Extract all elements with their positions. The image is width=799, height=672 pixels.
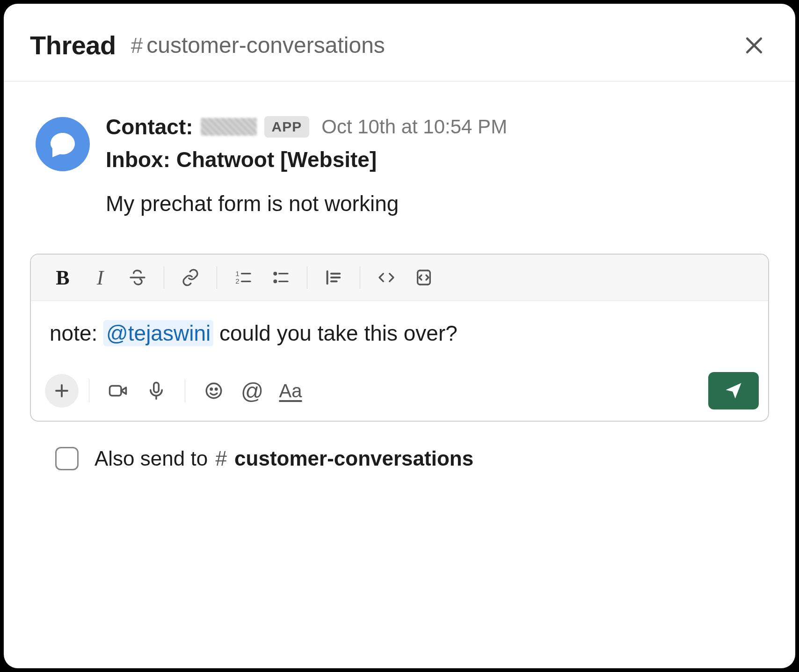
toolbar-separator xyxy=(217,266,217,289)
send-button[interactable] xyxy=(708,372,759,409)
format-toolbar: B I 1 2 xyxy=(31,255,768,301)
blockquote-button[interactable] xyxy=(316,263,351,292)
svg-point-21 xyxy=(206,383,221,398)
ordered-list-icon: 1 2 xyxy=(234,268,253,287)
blockquote-icon xyxy=(324,268,343,287)
ordered-list-button[interactable]: 1 2 xyxy=(225,263,261,292)
reply-composer: B I 1 2 xyxy=(30,254,769,422)
thread-channel-name: customer-conversations xyxy=(146,32,385,58)
toolbar-separator xyxy=(164,266,164,289)
mention-button[interactable]: @ xyxy=(234,376,270,406)
emoji-button[interactable] xyxy=(196,376,232,406)
message-text: My prechat form is not working xyxy=(106,191,769,216)
video-icon xyxy=(108,381,128,401)
close-button[interactable] xyxy=(739,30,769,60)
thread-root-message: Contact: APP Oct 10th at 10:54 PM Inbox:… xyxy=(4,81,795,235)
compose-text-before: note: xyxy=(50,321,103,345)
thread-channel[interactable]: # customer-conversations xyxy=(131,32,385,58)
svg-point-23 xyxy=(216,388,218,390)
also-send-label-prefix: Also send to xyxy=(94,447,213,470)
also-send-checkbox[interactable] xyxy=(55,447,79,470)
toolbar-separator xyxy=(89,379,89,402)
sender-label: Contact: xyxy=(106,114,193,139)
compose-input[interactable]: note: @tejaswini could you take this ove… xyxy=(31,301,768,367)
avatar xyxy=(36,117,90,171)
inbox-line: Inbox: Chatwoot [Website] xyxy=(106,147,769,172)
plus-icon xyxy=(53,382,70,399)
code-icon xyxy=(377,268,396,287)
svg-text:2: 2 xyxy=(235,277,239,285)
hash-icon: # xyxy=(215,447,226,470)
toolbar-separator xyxy=(360,266,360,289)
italic-button[interactable]: I xyxy=(82,263,118,292)
microphone-icon xyxy=(146,381,166,401)
message-header: Contact: APP Oct 10th at 10:54 PM xyxy=(106,114,769,139)
link-button[interactable] xyxy=(173,263,208,292)
message-body: Contact: APP Oct 10th at 10:54 PM Inbox:… xyxy=(106,114,769,216)
video-button[interactable] xyxy=(100,376,136,406)
link-icon xyxy=(181,268,200,287)
svg-point-22 xyxy=(211,388,212,390)
mention-pill[interactable]: @tejaswini xyxy=(103,320,213,346)
bullet-list-icon xyxy=(271,268,290,287)
thread-header: Thread # customer-conversations xyxy=(4,4,795,81)
formatting-toggle-button[interactable]: Aa xyxy=(272,376,309,406)
hash-icon: # xyxy=(131,35,143,56)
send-icon xyxy=(723,380,744,401)
toolbar-separator xyxy=(185,379,185,402)
svg-text:1: 1 xyxy=(235,270,239,278)
svg-point-7 xyxy=(274,272,276,275)
thread-title: Thread xyxy=(30,30,116,60)
app-badge: APP xyxy=(264,116,310,138)
also-send-channel: customer-conversations xyxy=(234,447,473,470)
svg-point-9 xyxy=(274,280,276,283)
strikethrough-icon xyxy=(128,268,147,287)
message-timestamp[interactable]: Oct 10th at 10:54 PM xyxy=(321,116,507,138)
toolbar-separator xyxy=(307,266,307,289)
emoji-icon xyxy=(204,381,224,401)
svg-rect-19 xyxy=(154,383,159,393)
audio-button[interactable] xyxy=(138,376,174,406)
close-icon xyxy=(744,35,764,56)
compose-text-after: could you take this over? xyxy=(213,321,458,345)
code-block-icon xyxy=(414,268,433,287)
bold-button[interactable]: B xyxy=(45,263,80,292)
also-send-row: Also send to # customer-conversations xyxy=(4,422,795,470)
attach-button[interactable] xyxy=(45,374,79,408)
redacted-contact-name xyxy=(201,118,257,136)
bullet-list-button[interactable] xyxy=(263,263,298,292)
code-button[interactable] xyxy=(369,263,404,292)
also-send-label[interactable]: Also send to # customer-conversations xyxy=(94,447,473,470)
code-block-button[interactable] xyxy=(406,263,442,292)
svg-rect-17 xyxy=(110,386,122,396)
strikethrough-button[interactable] xyxy=(120,263,155,292)
composer-bottom-bar: @ Aa xyxy=(31,367,768,421)
thread-panel: Thread # customer-conversations Contact:… xyxy=(4,4,795,668)
